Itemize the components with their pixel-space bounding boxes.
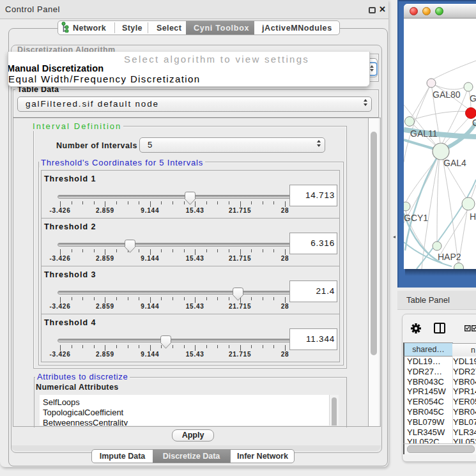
svg-text:GAL11: GAL11 — [410, 128, 438, 139]
svg-text:GA: GA — [470, 93, 476, 104]
svg-text:C: C — [472, 118, 476, 128]
svg-text:GAL80: GAL80 — [433, 89, 461, 100]
svg-text:GAL4: GAL4 — [443, 158, 466, 168]
svg-text:GCY1: GCY1 — [404, 213, 428, 223]
svg-text:H: H — [470, 211, 476, 222]
svg-text:HAP2: HAP2 — [438, 252, 461, 262]
